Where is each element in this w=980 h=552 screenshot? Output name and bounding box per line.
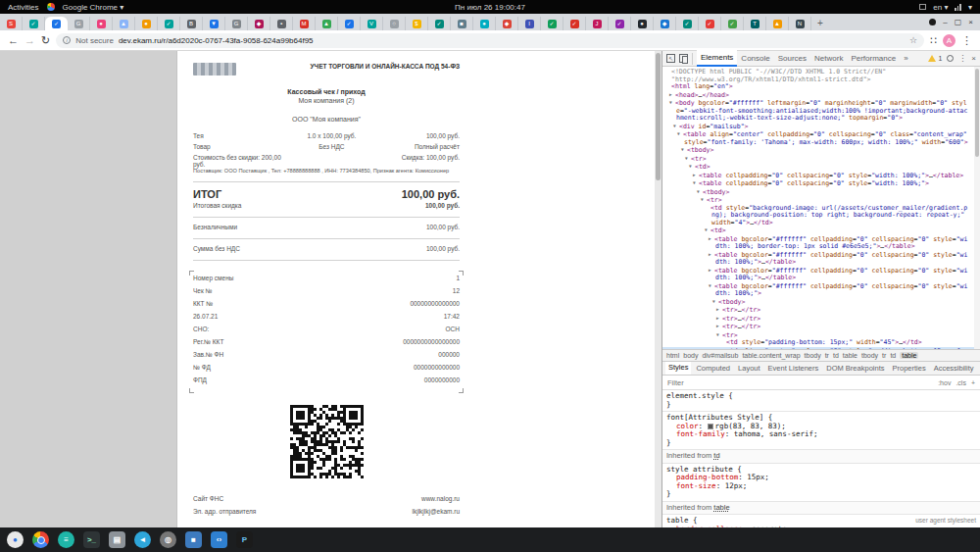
close-button[interactable]: ×	[968, 18, 973, 26]
address-bar[interactable]: i Not secure dev.ekam.ru/r/a6d2020c-0767…	[56, 33, 924, 48]
keyboard-layout-indicator[interactable]: en ▾	[933, 3, 948, 12]
more-tabs-icon[interactable]: »	[904, 54, 907, 63]
code-line[interactable]: ▼<body bgcolor="#ffffff" leftmargin="0" …	[662, 99, 980, 123]
maximize-button[interactable]: ▢	[955, 18, 962, 26]
browser-tab[interactable]: ▼	[203, 17, 225, 30]
bookmark-star-icon[interactable]: ☆	[909, 35, 917, 45]
browser-tab[interactable]: ✓	[158, 17, 180, 30]
browser-tab[interactable]: ○	[383, 17, 406, 30]
style-rule[interactable]: element.style {}	[662, 390, 980, 412]
browser-tab[interactable]: G	[68, 17, 90, 30]
styles-tab-event-listeners[interactable]: Event Listeners	[765, 362, 822, 376]
code-line[interactable]: ▼<td>	[662, 226, 980, 235]
code-line[interactable]: ▼<tbody>	[662, 298, 980, 307]
code-line[interactable]: ▶<table bgcolor="#ffffff" cellpadding="0…	[662, 251, 980, 267]
code-line[interactable]: ▼<table bgcolor="#ffffff" cellpadding="0…	[662, 282, 980, 298]
code-line[interactable]: ▼<table align="center" cellpadding="0" c…	[662, 130, 980, 146]
code-line[interactable]: ▼<div id="mailsub">	[662, 123, 980, 131]
css-property-value[interactable]: 12px;	[725, 481, 748, 490]
forward-button[interactable]: →	[24, 35, 35, 46]
apps-grid-icon[interactable]: ∷	[930, 35, 937, 46]
url-text[interactable]: dev.ekam.ru/r/a6d2020c-0767-43fa-9058-62…	[119, 36, 314, 45]
dock-telegram[interactable]: ◄	[133, 530, 152, 549]
dock-files[interactable]: ▤	[108, 530, 126, 549]
browser-tab[interactable]: ✓	[338, 17, 361, 30]
new-style-rule-button[interactable]: +	[971, 379, 975, 386]
code-line[interactable]: <td style="padding-bottom: 15px;" width=…	[662, 339, 980, 347]
devtools-tab-sources[interactable]: Sources	[774, 51, 810, 66]
browser-tab[interactable]: G	[225, 17, 248, 30]
warning-badge[interactable]: 1	[928, 55, 942, 62]
browser-tab[interactable]: ◆	[248, 17, 270, 30]
breadcrumb-item[interactable]: tr	[882, 352, 886, 359]
browser-tab[interactable]: ✓	[45, 17, 68, 30]
css-property[interactable]: font-size: 12px;	[666, 482, 976, 491]
breadcrumb-item[interactable]: div#mailsub	[702, 352, 738, 359]
browser-tab[interactable]: ■	[451, 17, 473, 30]
styles-tab-layout[interactable]: Layout	[735, 362, 763, 376]
css-property-name[interactable]: font-family	[676, 429, 725, 438]
devtools-menu-icon[interactable]: ⋮	[958, 54, 966, 63]
breadcrumb-item[interactable]: table	[900, 352, 918, 359]
code-line[interactable]: ▶<table cellpadding="0" cellspacing="0" …	[662, 172, 980, 180]
security-label[interactable]: Not secure	[75, 36, 114, 45]
browser-tab[interactable]: M	[293, 17, 316, 30]
browser-tab[interactable]: J	[586, 17, 609, 30]
browser-tab[interactable]: S	[0, 17, 23, 30]
clock[interactable]: Пн июл 26 19:00:47	[0, 3, 980, 12]
settings-gear-icon[interactable]	[947, 55, 954, 62]
browser-tab[interactable]: ✓	[541, 17, 564, 30]
css-property-value[interactable]: 15px;	[747, 473, 769, 481]
browser-tab[interactable]: ✓	[564, 17, 586, 30]
dock-terminal[interactable]: >_	[82, 530, 101, 549]
styles-filter-input[interactable]	[667, 378, 933, 387]
devtools-tab-console[interactable]: Console	[737, 51, 773, 66]
browser-tab[interactable]: ✓	[23, 17, 45, 30]
system-menu-caret-icon[interactable]: ▾	[968, 3, 972, 12]
devtools-tab-elements[interactable]: Elements	[697, 50, 737, 67]
code-line[interactable]: ▶<tr>…</tr>	[662, 315, 980, 324]
inspect-element-icon[interactable]: ↖	[666, 54, 675, 63]
code-line[interactable]: ▼<td align="center" colspan="3" style="p…	[662, 347, 980, 350]
breadcrumb-item[interactable]: tbody	[805, 352, 821, 359]
style-rule[interactable]: table {user agent stylesheetborder-colla…	[662, 515, 980, 527]
breadcrumb-item[interactable]: td	[833, 352, 839, 359]
volume-icon[interactable]	[955, 4, 961, 11]
styles-tab-properties[interactable]: Properties	[889, 362, 928, 376]
activities-button[interactable]: Activities	[8, 3, 39, 12]
browser-tab[interactable]: V	[361, 17, 383, 30]
browser-tab[interactable]: ✓	[699, 17, 721, 30]
style-rule[interactable]: style attribute {padding-bottom: 15px;fo…	[662, 464, 980, 502]
cls-toggle[interactable]: .cls	[956, 379, 966, 386]
browser-tab[interactable]: ◆	[654, 17, 676, 30]
browser-tab[interactable]: I	[518, 17, 541, 30]
page-scrollbar[interactable]	[655, 51, 662, 527]
inherited-node-link[interactable]: td	[713, 451, 719, 460]
breadcrumb-item[interactable]: td	[890, 352, 896, 359]
code-line[interactable]: ▶<table bgcolor="#ffffff" cellpadding="0…	[662, 267, 980, 282]
breadcrumb-item[interactable]: body	[683, 352, 698, 359]
dock-mattermost[interactable]: ≡	[57, 530, 75, 549]
css-property[interactable]: font-family: tahoma, sans-serif;	[666, 430, 976, 439]
code-line[interactable]: ▼<tbody>	[662, 146, 980, 155]
code-line[interactable]: ▼<table cellpadding="0" cellspacing="0" …	[662, 179, 980, 188]
code-line[interactable]: <html lang="en">	[662, 83, 980, 91]
browser-tab[interactable]: ✓	[676, 17, 699, 30]
profile-dot-icon[interactable]	[929, 19, 936, 25]
breadcrumb-item[interactable]: html	[666, 352, 679, 359]
dock-chrome[interactable]	[31, 530, 50, 549]
browser-tab[interactable]: T	[744, 17, 766, 30]
browser-tab[interactable]: N	[789, 17, 811, 30]
site-info-icon[interactable]: i	[63, 36, 71, 44]
profile-avatar[interactable]: A	[943, 34, 956, 47]
code-line[interactable]: <td style="background-image: url(/assets…	[662, 205, 980, 227]
dock-pycharm[interactable]: P	[235, 530, 254, 549]
dock-vscode[interactable]: ‹›	[210, 530, 228, 549]
browser-tab[interactable]: B	[180, 17, 203, 30]
back-button[interactable]: ←	[8, 35, 19, 46]
browser-tab[interactable]: ●	[135, 17, 158, 30]
code-line[interactable]: ▼<td>	[662, 163, 980, 172]
dock-nautilus[interactable]: ■	[184, 530, 203, 549]
breadcrumb-item[interactable]: tbody	[861, 352, 878, 359]
dock-firefox[interactable]: ●	[6, 530, 24, 549]
